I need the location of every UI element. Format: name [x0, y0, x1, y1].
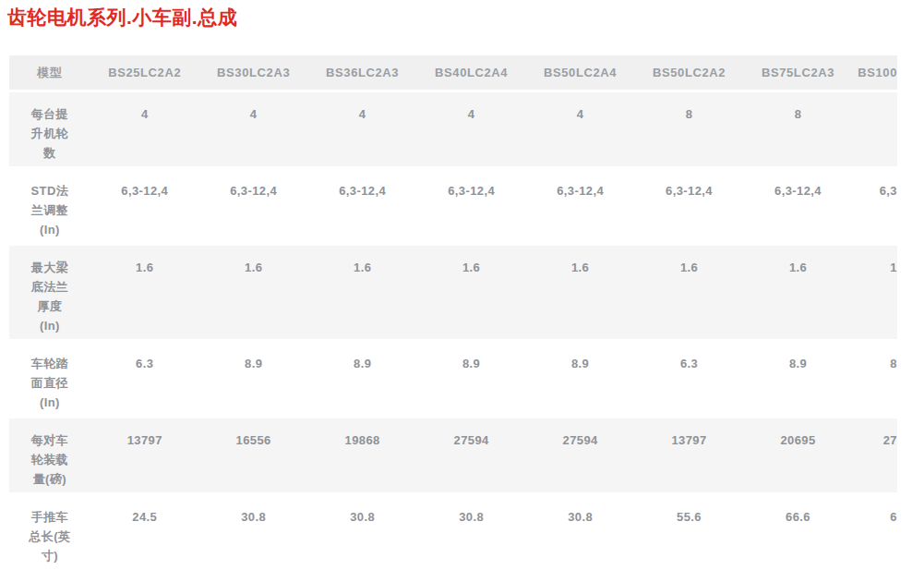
cell-value: 6,3-12,4 — [635, 169, 744, 243]
row-label: 车轮踏 面直径 (In) — [9, 342, 90, 416]
cell-value: 8 — [853, 342, 898, 416]
cell-value: 6.3 — [635, 342, 744, 416]
column-header: BS100 — [853, 55, 898, 90]
cell-value: 16556 — [199, 418, 308, 492]
spec-table-container: 模型BS25LC2A2BS30LC2A3BS36LC2A3BS40LC2A4BS… — [9, 53, 897, 570]
spec-table-header: 模型BS25LC2A2BS30LC2A3BS36LC2A3BS40LC2A4BS… — [9, 55, 897, 90]
header-row: 模型BS25LC2A2BS30LC2A3BS36LC2A3BS40LC2A4BS… — [9, 55, 897, 90]
row-label: 最大梁 底法兰 厚度 (In) — [9, 246, 90, 339]
cell-value: 13797 — [635, 418, 744, 492]
table-row: 每对车 轮装载 量(磅)1379716556198682759427594137… — [9, 418, 897, 492]
column-header: BS50LC2A4 — [526, 55, 635, 90]
cell-value: 30.8 — [308, 495, 417, 569]
cell-value: 1.6 — [90, 246, 199, 339]
page-title: 齿轮电机系列.小车副.总成 — [7, 5, 237, 30]
column-header: BS25LC2A2 — [90, 55, 199, 90]
cell-value: 8.9 — [417, 342, 526, 416]
column-header: BS75LC2A3 — [744, 55, 853, 90]
cell-value: 6 — [853, 495, 898, 569]
cell-value: 27594 — [526, 418, 635, 492]
cell-value: 8.9 — [199, 342, 308, 416]
table-row: 手推车 总长(英 寸)24.530.830.830.830.855.666.66 — [9, 495, 897, 569]
row-label: STD法 兰调整 (In) — [9, 169, 90, 243]
row-label: 每台提 升机轮 数 — [9, 92, 90, 166]
row-label: 每对车 轮装载 量(磅) — [9, 418, 90, 492]
cell-value: 1.6 — [308, 246, 417, 339]
cell-value: 1.6 — [744, 246, 853, 339]
cell-value: 6.3 — [90, 342, 199, 416]
cell-value: 66.6 — [744, 495, 853, 569]
cell-value: 4 — [308, 92, 417, 166]
cell-value: 1.6 — [526, 246, 635, 339]
cell-value: 6,3-12,4 — [417, 169, 526, 243]
cell-value: 6,3-12,4 — [526, 169, 635, 243]
cell-value: 19868 — [308, 418, 417, 492]
cell-value — [853, 92, 898, 166]
cell-value: 4 — [417, 92, 526, 166]
cell-value: 6,3 — [853, 169, 898, 243]
cell-value: 30.8 — [526, 495, 635, 569]
cell-value: 8.9 — [526, 342, 635, 416]
cell-value: 8.9 — [744, 342, 853, 416]
cell-value: 27594 — [417, 418, 526, 492]
cell-value: 4 — [526, 92, 635, 166]
spec-table: 模型BS25LC2A2BS30LC2A3BS36LC2A3BS40LC2A4BS… — [9, 53, 897, 570]
cell-value: 4 — [199, 92, 308, 166]
column-header: BS30LC2A3 — [199, 55, 308, 90]
cell-value: 13797 — [90, 418, 199, 492]
table-row: STD法 兰调整 (In)6,3-12,46,3-12,46,3-12,46,3… — [9, 169, 897, 243]
cell-value: 20695 — [744, 418, 853, 492]
cell-value: 4 — [90, 92, 199, 166]
cell-value: 30.8 — [417, 495, 526, 569]
cell-value: 8.9 — [308, 342, 417, 416]
cell-value: 6,3-12,4 — [308, 169, 417, 243]
cell-value: 55.6 — [635, 495, 744, 569]
table-row: 最大梁 底法兰 厚度 (In)1.61.61.61.61.61.61.61 — [9, 246, 897, 339]
cell-value: 1.6 — [417, 246, 526, 339]
column-header-model: 模型 — [9, 55, 90, 90]
cell-value: 27 — [853, 418, 898, 492]
row-label: 手推车 总长(英 寸) — [9, 495, 90, 569]
cell-value: 1.6 — [199, 246, 308, 339]
column-header: BS50LC2A2 — [635, 55, 744, 90]
table-row: 每台提 升机轮 数4444488 — [9, 92, 897, 166]
cell-value: 1.6 — [635, 246, 744, 339]
table-row: 车轮踏 面直径 (In)6.38.98.98.98.96.38.98 — [9, 342, 897, 416]
cell-value: 1 — [853, 246, 898, 339]
cell-value: 8 — [635, 92, 744, 166]
column-header: BS40LC2A4 — [417, 55, 526, 90]
cell-value: 8 — [744, 92, 853, 166]
cell-value: 6,3-12,4 — [199, 169, 308, 243]
cell-value: 24.5 — [90, 495, 199, 569]
cell-value: 6,3-12,4 — [744, 169, 853, 243]
cell-value: 6,3-12,4 — [90, 169, 199, 243]
column-header: BS36LC2A3 — [308, 55, 417, 90]
cell-value: 30.8 — [199, 495, 308, 569]
spec-table-body: 每台提 升机轮 数4444488STD法 兰调整 (In)6,3-12,46,3… — [9, 92, 897, 569]
